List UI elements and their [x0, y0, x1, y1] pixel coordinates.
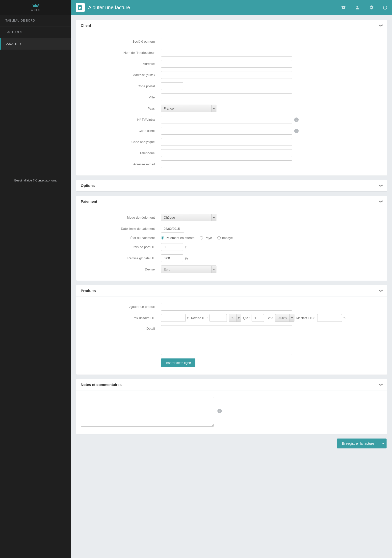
panel-client-title: Client	[81, 23, 91, 28]
sidebar-nav: TABLEAU DE BORD FACTURES AJOUTER	[0, 15, 71, 50]
product-line: € Remise HT : € Qté : TVA : 0.00% Montan…	[161, 314, 345, 322]
help-icon[interactable]: ?	[294, 117, 299, 122]
radio-unpaid-input[interactable]	[217, 236, 221, 239]
panel-options-title: Options	[81, 183, 95, 188]
panel-options: Options ❯	[76, 180, 387, 191]
input-qty[interactable]	[252, 314, 264, 322]
input-vat[interactable]	[161, 116, 292, 123]
suffix-euro: €	[185, 245, 187, 249]
insert-line-button[interactable]: Insérer cette ligne	[161, 358, 195, 367]
select-currency[interactable]: Euro	[161, 265, 216, 273]
chevron-down-icon: ❯	[379, 289, 383, 292]
chevron-down-icon: ❯	[379, 24, 383, 27]
svg-rect-2	[79, 8, 80, 9]
radio-unpaid[interactable]: Impayé	[217, 236, 233, 240]
suffix-euro: €	[343, 316, 345, 320]
save-row: Enregistrer la facture	[76, 439, 387, 448]
label-qty: Qté :	[243, 316, 250, 320]
panel-notes-title: Notes et commentaires	[81, 382, 122, 387]
radio-group-payment-status: Paiement en attente Payé Impayé	[161, 236, 233, 240]
radio-unpaid-label: Impayé	[222, 236, 233, 240]
panel-payment-header[interactable]: Paiement ❯	[76, 196, 387, 207]
radio-pending[interactable]: Paiement en attente	[161, 236, 194, 240]
label-total-ttc: Montant TTC :	[296, 316, 315, 320]
panel-options-header[interactable]: Options ❯	[76, 180, 387, 191]
input-line-discount[interactable]	[209, 314, 227, 322]
label-address2: Adresse (suite) :	[81, 73, 157, 77]
nav-add-invoice[interactable]: AJOUTER	[0, 38, 71, 50]
input-address[interactable]	[161, 60, 292, 68]
label-city: Ville :	[81, 95, 157, 99]
chevron-down-icon: ❯	[379, 200, 383, 203]
input-total-ttc[interactable]	[317, 314, 342, 322]
nav-invoices[interactable]: FACTURES	[0, 27, 71, 38]
app-logo[interactable]: wuro	[0, 0, 71, 15]
label-contact: Nom de l'interlocuteur :	[81, 51, 157, 55]
select-payment-mode[interactable]: Chèque	[161, 214, 216, 221]
label-discount: Remise globale HT :	[81, 256, 157, 260]
crown-icon	[32, 3, 39, 8]
page-title: Ajouter une facture	[88, 5, 338, 10]
save-dropdown-button[interactable]	[379, 439, 387, 448]
input-contact[interactable]	[161, 49, 292, 57]
input-add-product[interactable]	[161, 303, 292, 311]
radio-paid-input[interactable]	[200, 236, 203, 239]
user-icon[interactable]	[355, 5, 360, 10]
panel-client-body: Société ou nom : Nom de l'interlocuteur …	[76, 31, 387, 176]
nav-dashboard[interactable]: TABLEAU DE BORD	[0, 15, 71, 27]
radio-paid-label: Payé	[205, 236, 212, 240]
suffix-euro: €	[187, 316, 189, 320]
panel-client-header[interactable]: Client ❯	[76, 20, 387, 31]
svg-rect-3	[341, 6, 345, 7]
app-logo-text: wuro	[31, 8, 40, 12]
input-discount[interactable]	[161, 254, 183, 262]
archive-icon[interactable]	[341, 5, 346, 10]
input-city[interactable]	[161, 93, 292, 101]
input-postal[interactable]	[161, 82, 183, 90]
save-button-group: Enregistrer la facture	[337, 439, 387, 448]
panel-products-header[interactable]: Produits ❯	[76, 285, 387, 296]
svg-rect-1	[79, 7, 81, 8]
select-line-vat[interactable]: 0.00%	[275, 314, 294, 322]
panel-notes-body: ?	[76, 390, 387, 434]
svg-marker-0	[32, 4, 39, 7]
suffix-percent: %	[185, 256, 188, 260]
sidebar-help-link[interactable]: Besoin d'aide ? Contactez-nous.	[0, 179, 71, 182]
textarea-notes[interactable]	[81, 397, 214, 427]
label-analytic-code: Code analytique :	[81, 140, 157, 144]
select-discount-unit[interactable]: €	[229, 314, 241, 322]
label-unit-price: Prix unitaire HT :	[81, 316, 157, 320]
panel-products-body: Ajouter un produit : Prix unitaire HT : …	[76, 296, 387, 375]
save-button[interactable]: Enregistrer la facture	[337, 439, 379, 448]
panel-products: Produits ❯ Ajouter un produit : Prix uni…	[76, 285, 387, 375]
panel-payment-body: Mode de règlement : Chèque Date limite d…	[76, 207, 387, 281]
input-address2[interactable]	[161, 71, 292, 79]
chevron-down-icon: ❯	[379, 184, 383, 187]
input-phone[interactable]	[161, 149, 292, 157]
panel-client: Client ❯ Société ou nom : Nom de l'inter…	[76, 20, 387, 176]
help-icon[interactable]: ?	[294, 129, 299, 133]
power-icon[interactable]	[383, 5, 388, 10]
input-client-code[interactable]	[161, 127, 292, 135]
label-payment-mode: Mode de règlement :	[81, 216, 157, 219]
select-country[interactable]: France	[161, 105, 216, 112]
gear-icon[interactable]	[369, 5, 374, 10]
chevron-down-icon: ❯	[379, 383, 383, 386]
radio-pending-label: Paiement en attente	[166, 236, 194, 240]
label-address: Adresse :	[81, 62, 157, 66]
sidebar: wuro TABLEAU DE BORD FACTURES AJOUTER Be…	[0, 0, 71, 558]
input-company[interactable]	[161, 38, 292, 45]
input-due-date[interactable]	[161, 225, 184, 233]
panel-notes-header[interactable]: Notes et commentaires ❯	[76, 379, 387, 390]
input-unit-price[interactable]	[161, 314, 186, 322]
radio-paid[interactable]: Payé	[200, 236, 212, 240]
label-due-date: Date limite de paiement :	[81, 227, 157, 231]
input-email[interactable]	[161, 160, 292, 168]
radio-pending-input[interactable]	[161, 236, 164, 239]
textarea-detail[interactable]	[161, 325, 292, 355]
input-analytic-code[interactable]	[161, 138, 292, 146]
input-shipping[interactable]	[161, 243, 183, 251]
content: Client ❯ Société ou nom : Nom de l'inter…	[71, 15, 392, 453]
panel-payment: Paiement ❯ Mode de règlement : Chèque Da…	[76, 196, 387, 281]
help-icon[interactable]: ?	[217, 409, 222, 413]
